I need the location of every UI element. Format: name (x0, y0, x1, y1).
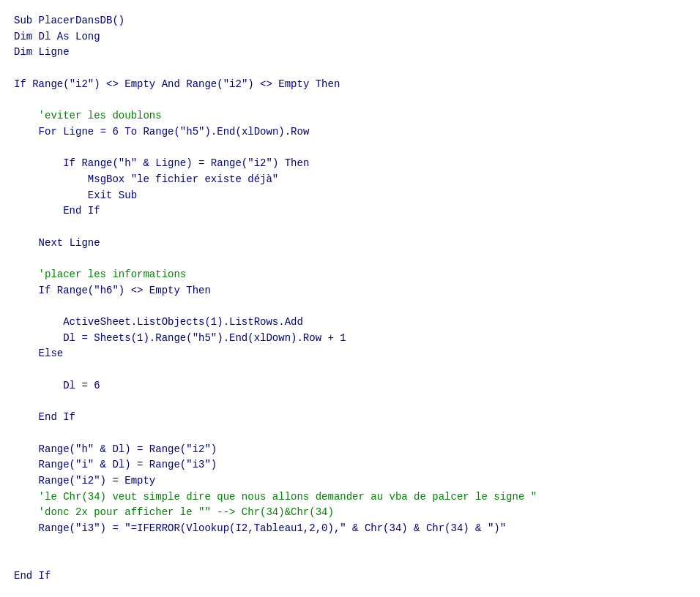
code-line (14, 92, 700, 108)
code-line: 'le Chr(34) veut simple dire que nous al… (14, 489, 700, 506)
code-line: End If (14, 410, 700, 426)
code-line: Dl = 6 (14, 378, 700, 394)
code-line: Range("i2") = Empty (14, 473, 700, 489)
code-line (14, 251, 700, 267)
code-line (14, 362, 700, 378)
code-line (14, 537, 700, 553)
code-line: End If (14, 568, 700, 585)
code-line (14, 552, 700, 568)
code-line: ActiveSheet.ListObjects(1).ListRows.Add (14, 315, 700, 331)
code-line: 'donc 2x pour afficher le "" --> Chr(34)… (14, 505, 700, 521)
code-line: For Ligne = 6 To Range("h5").End(xlDown)… (14, 124, 700, 140)
code-line (14, 426, 700, 442)
code-line: Dl = Sheets(1).Range("h5").End(xlDown).R… (14, 331, 700, 347)
code-line: Else (14, 346, 700, 362)
code-line: 'placer les informations (14, 267, 700, 283)
code-line: End If (14, 203, 700, 219)
code-line (14, 585, 700, 597)
code-line (14, 140, 700, 157)
code-line (14, 219, 700, 236)
code-line: Dim Ligne (14, 45, 700, 61)
code-line: If Range("i2") <> Empty And Range("i2") … (14, 77, 700, 93)
code-line (14, 394, 700, 410)
code-line: Range("h" & Dl) = Range("i2") (14, 442, 700, 458)
code-line: Dim Dl As Long (14, 29, 700, 45)
code-line: Exit Sub (14, 188, 700, 204)
code-line: Range("i3") = "=IFERROR(Vlookup(I2,Table… (14, 521, 700, 537)
code-line: If Range("h6") <> Empty Then (14, 283, 700, 299)
code-editor: Sub PlacerDansDB()Dim Dl As LongDim Lign… (11, 7, 700, 597)
code-line (14, 298, 700, 315)
code-line: Next Ligne (14, 236, 700, 252)
code-line: 'eviter les doublons (14, 108, 700, 124)
code-line (14, 61, 700, 77)
code-line: If Range("h" & Ligne) = Range("i2") Then (14, 156, 700, 172)
code-line: Sub PlacerDansDB() (14, 13, 700, 29)
code-line: MsgBox "le fichier existe déjà" (14, 172, 700, 188)
code-line: Range("i" & Dl) = Range("i3") (14, 457, 700, 473)
